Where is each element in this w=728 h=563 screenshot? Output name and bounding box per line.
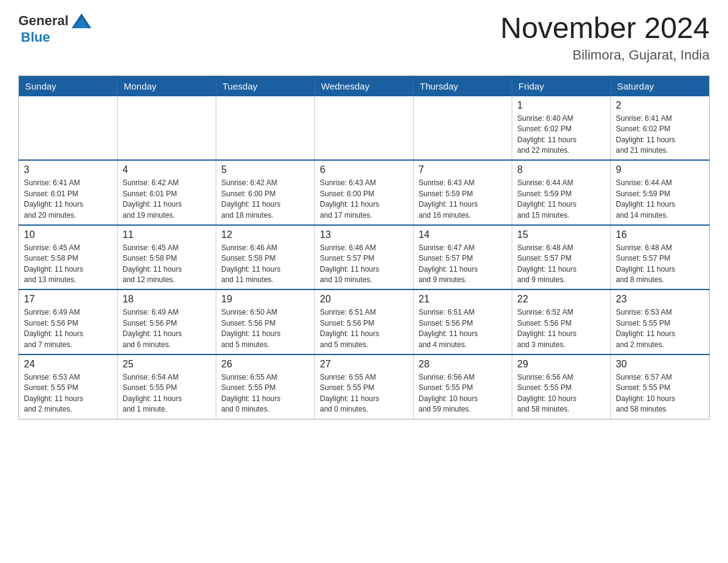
day-info: Sunrise: 6:57 AM Sunset: 5:55 PM Dayligh… (616, 372, 704, 415)
day-number: 3 (24, 164, 112, 175)
day-number: 15 (517, 229, 605, 240)
day-info: Sunrise: 6:41 AM Sunset: 6:02 PM Dayligh… (616, 113, 704, 156)
day-number: 10 (24, 229, 112, 240)
day-number: 20 (320, 294, 408, 305)
calendar-cell: 22Sunrise: 6:52 AM Sunset: 5:56 PM Dayli… (512, 289, 611, 354)
day-info: Sunrise: 6:55 AM Sunset: 5:55 PM Dayligh… (320, 372, 408, 415)
day-info: Sunrise: 6:51 AM Sunset: 5:56 PM Dayligh… (419, 307, 507, 350)
day-number: 1 (517, 100, 605, 111)
day-number: 19 (221, 294, 309, 305)
calendar-cell: 9Sunrise: 6:44 AM Sunset: 5:59 PM Daylig… (611, 160, 710, 225)
calendar-week-row: 1Sunrise: 6:40 AM Sunset: 6:02 PM Daylig… (19, 96, 710, 161)
day-number: 24 (24, 359, 112, 370)
calendar-cell: 1Sunrise: 6:40 AM Sunset: 6:02 PM Daylig… (512, 96, 611, 161)
calendar-cell: 8Sunrise: 6:44 AM Sunset: 5:59 PM Daylig… (512, 160, 611, 225)
day-number: 29 (517, 359, 605, 370)
day-number: 17 (24, 294, 112, 305)
day-number: 8 (517, 164, 605, 175)
weekday-header-wednesday: Wednesday (315, 75, 414, 96)
day-info: Sunrise: 6:53 AM Sunset: 5:55 PM Dayligh… (24, 372, 112, 415)
day-info: Sunrise: 6:55 AM Sunset: 5:55 PM Dayligh… (221, 372, 309, 415)
day-info: Sunrise: 6:42 AM Sunset: 6:00 PM Dayligh… (221, 178, 309, 221)
calendar-cell: 7Sunrise: 6:43 AM Sunset: 5:59 PM Daylig… (414, 160, 512, 225)
day-info: Sunrise: 6:52 AM Sunset: 5:56 PM Dayligh… (517, 307, 605, 350)
day-number: 9 (616, 164, 704, 175)
day-number: 13 (320, 229, 408, 240)
day-info: Sunrise: 6:48 AM Sunset: 5:57 PM Dayligh… (616, 243, 704, 286)
calendar-week-row: 10Sunrise: 6:45 AM Sunset: 5:58 PM Dayli… (19, 225, 710, 290)
day-number: 12 (221, 229, 309, 240)
calendar-cell: 12Sunrise: 6:46 AM Sunset: 5:58 PM Dayli… (216, 225, 315, 290)
day-number: 16 (616, 229, 704, 240)
weekday-header-monday: Monday (118, 75, 216, 96)
day-info: Sunrise: 6:43 AM Sunset: 5:59 PM Dayligh… (419, 178, 507, 221)
day-info: Sunrise: 6:44 AM Sunset: 5:59 PM Dayligh… (517, 178, 605, 221)
day-info: Sunrise: 6:45 AM Sunset: 5:58 PM Dayligh… (24, 243, 112, 286)
calendar-cell: 10Sunrise: 6:45 AM Sunset: 5:58 PM Dayli… (19, 225, 118, 290)
day-number: 11 (123, 229, 211, 240)
logo-icon (70, 12, 93, 29)
day-info: Sunrise: 6:54 AM Sunset: 5:55 PM Dayligh… (123, 372, 211, 415)
calendar-cell: 5Sunrise: 6:42 AM Sunset: 6:00 PM Daylig… (216, 160, 315, 225)
day-number: 4 (123, 164, 211, 175)
day-number: 7 (419, 164, 507, 175)
logo: General Blue (18, 12, 93, 45)
day-info: Sunrise: 6:43 AM Sunset: 6:00 PM Dayligh… (320, 178, 408, 221)
day-info: Sunrise: 6:44 AM Sunset: 5:59 PM Dayligh… (616, 178, 704, 221)
day-info: Sunrise: 6:47 AM Sunset: 5:57 PM Dayligh… (419, 243, 507, 286)
day-info: Sunrise: 6:50 AM Sunset: 5:56 PM Dayligh… (221, 307, 309, 350)
calendar-cell: 21Sunrise: 6:51 AM Sunset: 5:56 PM Dayli… (414, 289, 512, 354)
calendar-subtitle: Bilimora, Gujarat, India (500, 47, 710, 63)
calendar-cell: 20Sunrise: 6:51 AM Sunset: 5:56 PM Dayli… (315, 289, 414, 354)
day-info: Sunrise: 6:56 AM Sunset: 5:55 PM Dayligh… (517, 372, 605, 415)
calendar-cell: 16Sunrise: 6:48 AM Sunset: 5:57 PM Dayli… (611, 225, 710, 290)
calendar-cell: 29Sunrise: 6:56 AM Sunset: 5:55 PM Dayli… (512, 354, 611, 419)
calendar-cell (315, 96, 414, 161)
calendar-cell: 18Sunrise: 6:49 AM Sunset: 5:56 PM Dayli… (118, 289, 216, 354)
day-info: Sunrise: 6:45 AM Sunset: 5:58 PM Dayligh… (123, 243, 211, 286)
calendar-week-row: 17Sunrise: 6:49 AM Sunset: 5:56 PM Dayli… (19, 289, 710, 354)
calendar-table: SundayMondayTuesdayWednesdayThursdayFrid… (18, 75, 710, 419)
day-number: 5 (221, 164, 309, 175)
calendar-cell: 26Sunrise: 6:55 AM Sunset: 5:55 PM Dayli… (216, 354, 315, 419)
day-number: 18 (123, 294, 211, 305)
day-info: Sunrise: 6:41 AM Sunset: 6:01 PM Dayligh… (24, 178, 112, 221)
calendar-cell (216, 96, 315, 161)
day-info: Sunrise: 6:46 AM Sunset: 5:57 PM Dayligh… (320, 243, 408, 286)
weekday-header-friday: Friday (512, 75, 611, 96)
day-number: 23 (616, 294, 704, 305)
day-number: 26 (221, 359, 309, 370)
title-area: November 2024 Bilimora, Gujarat, India (500, 12, 710, 63)
calendar-week-row: 3Sunrise: 6:41 AM Sunset: 6:01 PM Daylig… (19, 160, 710, 225)
day-info: Sunrise: 6:49 AM Sunset: 5:56 PM Dayligh… (123, 307, 211, 350)
day-info: Sunrise: 6:40 AM Sunset: 6:02 PM Dayligh… (517, 113, 605, 156)
calendar-cell: 17Sunrise: 6:49 AM Sunset: 5:56 PM Dayli… (19, 289, 118, 354)
calendar-cell (19, 96, 118, 161)
calendar-cell: 24Sunrise: 6:53 AM Sunset: 5:55 PM Dayli… (19, 354, 118, 419)
day-info: Sunrise: 6:51 AM Sunset: 5:56 PM Dayligh… (320, 307, 408, 350)
calendar-cell: 4Sunrise: 6:42 AM Sunset: 6:01 PM Daylig… (118, 160, 216, 225)
calendar-cell: 14Sunrise: 6:47 AM Sunset: 5:57 PM Dayli… (414, 225, 512, 290)
calendar-title: November 2024 (500, 12, 710, 45)
calendar-cell (414, 96, 512, 161)
weekday-header-sunday: Sunday (19, 75, 118, 96)
weekday-header-tuesday: Tuesday (216, 75, 315, 96)
logo-blue-text: Blue (21, 29, 50, 45)
day-number: 30 (616, 359, 704, 370)
day-info: Sunrise: 6:53 AM Sunset: 5:55 PM Dayligh… (616, 307, 704, 350)
calendar-cell: 6Sunrise: 6:43 AM Sunset: 6:00 PM Daylig… (315, 160, 414, 225)
day-number: 21 (419, 294, 507, 305)
day-info: Sunrise: 6:48 AM Sunset: 5:57 PM Dayligh… (517, 243, 605, 286)
header: General Blue November 2024 Bilimora, Guj… (18, 12, 710, 63)
calendar-cell: 15Sunrise: 6:48 AM Sunset: 5:57 PM Dayli… (512, 225, 611, 290)
calendar-cell: 23Sunrise: 6:53 AM Sunset: 5:55 PM Dayli… (611, 289, 710, 354)
calendar-cell: 19Sunrise: 6:50 AM Sunset: 5:56 PM Dayli… (216, 289, 315, 354)
calendar-cell: 28Sunrise: 6:56 AM Sunset: 5:55 PM Dayli… (414, 354, 512, 419)
calendar-cell: 13Sunrise: 6:46 AM Sunset: 5:57 PM Dayli… (315, 225, 414, 290)
day-info: Sunrise: 6:56 AM Sunset: 5:55 PM Dayligh… (419, 372, 507, 415)
day-info: Sunrise: 6:49 AM Sunset: 5:56 PM Dayligh… (24, 307, 112, 350)
calendar-cell: 11Sunrise: 6:45 AM Sunset: 5:58 PM Dayli… (118, 225, 216, 290)
day-number: 27 (320, 359, 408, 370)
day-number: 22 (517, 294, 605, 305)
calendar-cell: 30Sunrise: 6:57 AM Sunset: 5:55 PM Dayli… (611, 354, 710, 419)
